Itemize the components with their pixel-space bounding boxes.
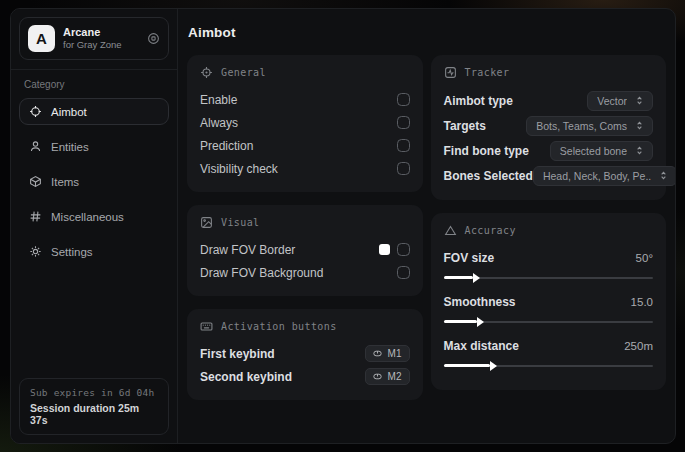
keyboard-icon <box>200 320 213 333</box>
setting-row: First keybind M1 <box>200 342 410 365</box>
brand-card: A Arcane for Gray Zone <box>19 17 169 60</box>
fov-size-slider[interactable] <box>444 272 654 283</box>
max-distance-slider[interactable] <box>444 360 654 371</box>
dropdown-value: Bots, Teams, Coms <box>536 120 627 132</box>
card-title: Accuracy <box>465 225 516 236</box>
setting-row: Find bone type Selected bone <box>444 138 654 163</box>
chevron-up-down-icon <box>634 95 645 106</box>
smoothness-slider[interactable] <box>444 316 654 327</box>
sidebar-item-aimbot[interactable]: Aimbot <box>19 98 169 125</box>
setting-row: Draw FOV Background <box>200 261 410 284</box>
setting-label: First keybind <box>200 347 275 361</box>
fov-border-color-swatch[interactable] <box>379 244 390 255</box>
sidebar-item-miscellaneous[interactable]: Miscellaneous <box>19 203 169 230</box>
slider-fill[interactable] <box>444 276 473 279</box>
targets-dropdown[interactable]: Bots, Teams, Coms <box>526 116 653 136</box>
slider-fill[interactable] <box>444 364 490 367</box>
sub-expires-text: Sub expires in 6d 04h <box>30 387 158 398</box>
dropdown-value: Head, Neck, Body, Pe.. <box>543 170 651 182</box>
unload-icon[interactable] <box>147 32 160 45</box>
bones-selected-dropdown[interactable]: Head, Neck, Body, Pe.. <box>533 166 675 186</box>
visual-card: Visual Draw FOV Border Draw FOV Backgrou… <box>187 205 423 296</box>
visual-card-header: Visual <box>200 216 410 229</box>
activity-icon <box>444 66 457 79</box>
fov-size-group: FOV size 50° <box>444 246 654 283</box>
keybind-value: M1 <box>388 348 402 359</box>
setting-row: Visibility check <box>200 157 410 180</box>
setting-row: Bones Selected Head, Neck, Body, Pe.. <box>444 163 654 188</box>
setting-row: Aimbot type Vector <box>444 88 654 113</box>
slider-label-row: FOV size 50° <box>444 246 654 269</box>
keybind-value: M2 <box>388 371 402 382</box>
sidebar: A Arcane for Gray Zone Category Aimbot <box>11 9 178 443</box>
slider-label: Max distance <box>444 339 519 353</box>
card-title: Activation buttons <box>221 321 337 332</box>
accuracy-card-header: Accuracy <box>444 224 654 237</box>
sidebar-item-settings[interactable]: Settings <box>19 238 169 265</box>
setting-label: Draw FOV Border <box>200 243 295 257</box>
card-title: Tracker <box>465 67 510 78</box>
brand-name: Arcane <box>63 26 122 40</box>
setting-label: Second keybind <box>200 370 292 384</box>
image-icon <box>200 216 213 229</box>
aimbot-type-dropdown[interactable]: Vector <box>587 91 653 111</box>
entities-icon <box>29 140 42 153</box>
second-keybind-button[interactable]: M2 <box>365 368 410 385</box>
sidebar-item-label: Aimbot <box>51 106 87 118</box>
setting-label: Visibility check <box>200 162 278 176</box>
setting-label: Targets <box>444 119 486 133</box>
setting-label: Aimbot type <box>444 94 513 108</box>
setting-label: Enable <box>200 93 237 107</box>
chevron-up-down-icon <box>658 170 669 181</box>
always-checkbox[interactable] <box>397 116 410 129</box>
activation-card-header: Activation buttons <box>200 320 410 333</box>
setting-row: Enable <box>200 88 410 111</box>
setting-row: Second keybind M2 <box>200 365 410 388</box>
brand-subtitle: for Gray Zone <box>63 39 122 51</box>
triangle-icon <box>444 224 457 237</box>
slider-label-row: Max distance 250m <box>444 334 654 357</box>
max-distance-group: Max distance 250m <box>444 334 654 371</box>
sidebar-item-label: Items <box>51 176 79 188</box>
first-keybind-button[interactable]: M1 <box>365 345 410 362</box>
brand-logo: A <box>28 25 55 52</box>
prediction-checkbox[interactable] <box>397 139 410 152</box>
smoothness-group: Smoothness 15.0 <box>444 290 654 327</box>
draw-fov-background-checkbox[interactable] <box>397 266 410 279</box>
card-title: Visual <box>221 217 260 228</box>
slider-value: 250m <box>624 340 653 352</box>
slider-label: FOV size <box>444 251 495 265</box>
general-card: General Enable Always Prediction <box>187 55 423 192</box>
draw-fov-border-checkbox[interactable] <box>397 243 410 256</box>
cheat-menu-window: A Arcane for Gray Zone Category Aimbot <box>10 8 676 444</box>
dropdown-value: Vector <box>597 95 627 107</box>
setting-label: Prediction <box>200 139 253 153</box>
slider-label-row: Smoothness 15.0 <box>444 290 654 313</box>
tracker-card-header: Tracker <box>444 66 654 79</box>
activation-buttons-card: Activation buttons First keybind M1 Seco… <box>187 309 423 400</box>
slider-fill[interactable] <box>444 320 478 323</box>
crosshair-icon <box>29 105 42 118</box>
sidebar-item-items[interactable]: Items <box>19 168 169 195</box>
find-bone-type-dropdown[interactable]: Selected bone <box>550 141 653 161</box>
sidebar-item-label: Miscellaneous <box>51 211 124 223</box>
setting-label: Always <box>200 116 238 130</box>
chevron-up-down-icon <box>634 145 645 156</box>
sidebar-item-entities[interactable]: Entities <box>19 133 169 160</box>
main-content: Aimbot General Enable Alw <box>178 9 675 443</box>
category-label: Category <box>24 79 164 90</box>
setting-label: Draw FOV Background <box>200 266 323 280</box>
box-icon <box>29 175 42 188</box>
sidebar-item-label: Settings <box>51 246 93 258</box>
scope-icon <box>200 66 213 79</box>
setting-label: Bones Selected <box>444 169 533 183</box>
slider-value: 15.0 <box>631 296 653 308</box>
slider-value: 50° <box>636 252 653 264</box>
visibility-check-checkbox[interactable] <box>397 162 410 175</box>
sidebar-divider <box>11 69 177 70</box>
enable-checkbox[interactable] <box>397 93 410 106</box>
general-card-header: General <box>200 66 410 79</box>
session-info: Sub expires in 6d 04h Session duration 2… <box>19 378 169 435</box>
setting-row: Prediction <box>200 134 410 157</box>
page-title: Aimbot <box>188 25 666 40</box>
